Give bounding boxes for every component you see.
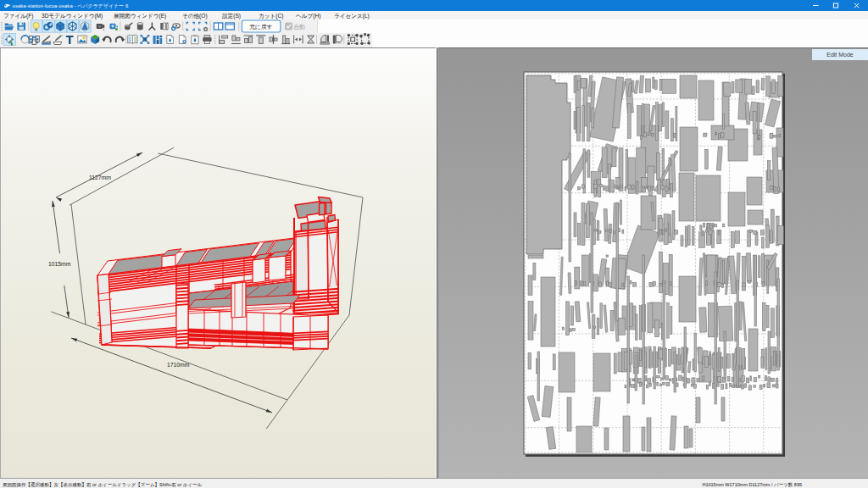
svg-text:自動: 自動 (294, 24, 306, 30)
svg-text:元に戻す: 元に戻す (249, 24, 273, 30)
svg-text:1127mm: 1127mm (89, 175, 111, 180)
svg-text:1710mm: 1710mm (167, 362, 190, 368)
svg-text:1015mm: 1015mm (48, 261, 71, 267)
